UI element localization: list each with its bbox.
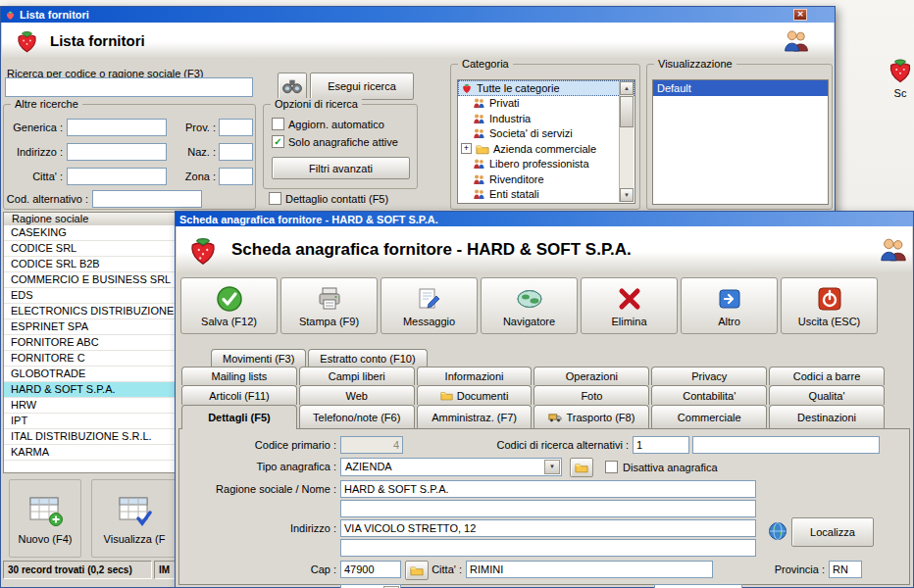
category-item[interactable]: Industria	[458, 111, 635, 126]
ragione-sociale-field[interactable]	[340, 480, 756, 498]
solo-attive-checkbox[interactable]: ✓	[272, 135, 284, 148]
visualizza-button[interactable]: Visualizza (F	[91, 479, 178, 558]
supplier-row[interactable]: FORNITORE ABC	[4, 335, 175, 351]
category-item[interactable]: Libero professionista	[458, 157, 635, 172]
tab-campi-liberi[interactable]: Campi liberi	[299, 367, 415, 385]
generica-field[interactable]	[67, 119, 167, 136]
dettaglio-contatti-checkbox[interactable]	[269, 192, 281, 205]
tab-foto[interactable]: Foto	[533, 385, 649, 405]
chevron-down-icon[interactable]: ▼	[544, 460, 560, 474]
elimina-button[interactable]: Elimina	[581, 277, 678, 334]
category-item[interactable]: Tutte le categorie	[458, 80, 635, 96]
tab-destinazioni[interactable]: Destinazioni	[769, 405, 885, 428]
tab-amministraz[interactable]: Amministraz. (F7)	[417, 405, 533, 428]
truck-icon	[548, 412, 562, 422]
supplier-row[interactable]: IPT	[4, 414, 175, 429]
indirizzo-field-2[interactable]	[340, 539, 756, 557]
prov-field[interactable]	[219, 119, 253, 136]
category-item[interactable]: Privati	[458, 96, 635, 112]
tab-web[interactable]: Web	[299, 385, 415, 405]
cap-field[interactable]	[340, 561, 401, 578]
tab-contabilita[interactable]: Contabilita'	[651, 385, 767, 405]
supplier-row[interactable]: CASEKING	[4, 225, 175, 241]
codice-primario-field[interactable]	[340, 436, 403, 454]
uscita-button[interactable]: Uscita (ESC)	[781, 277, 878, 334]
tipo-anagrafica-select[interactable]: AZIENDA ▼	[340, 458, 562, 476]
category-item[interactable]: Rivenditore	[458, 172, 635, 187]
supplier-row[interactable]: ESPRINET SPA	[4, 319, 175, 335]
ragione-sociale-field-2[interactable]	[340, 500, 756, 517]
tab-trasporto[interactable]: Trasporto (F8)	[533, 405, 649, 428]
tab-privacy[interactable]: Privacy	[651, 367, 767, 385]
scroll-down-icon[interactable]: ▼	[620, 188, 634, 202]
scroll-thumb[interactable]	[620, 96, 634, 127]
expand-icon[interactable]: +	[461, 143, 472, 154]
category-item[interactable]: + Azienda commerciale	[458, 141, 635, 157]
tab-movimenti[interactable]: Movimenti (F3)	[211, 349, 306, 367]
cod-alternativo-field[interactable]	[92, 190, 202, 208]
tab-informazioni[interactable]: Informazioni	[417, 367, 533, 385]
aggiorn-automatico-checkbox[interactable]	[272, 118, 284, 130]
supplier-row[interactable]: HRW	[4, 398, 175, 414]
supplier-table: CASEKING CODICE SRL CODICE SRL B2B COMME…	[3, 225, 176, 473]
zona-field[interactable]	[654, 584, 742, 588]
tab-qualita[interactable]: Qualita'	[769, 385, 885, 405]
nuovo-button[interactable]: Nuovo (F4)	[9, 479, 81, 558]
indirizzo-field[interactable]	[340, 519, 756, 537]
supplier-row[interactable]: EDS	[4, 288, 175, 304]
zona-field[interactable]	[219, 168, 253, 185]
altro-button[interactable]: Altro	[681, 277, 778, 334]
codici-alternativi-field[interactable]	[633, 436, 689, 454]
scroll-up-icon[interactable]: ▲	[620, 81, 634, 95]
tab-articoli[interactable]: Articoli (F11)	[181, 385, 297, 405]
tab-commerciale[interactable]: Commerciale	[651, 405, 767, 428]
naz-field[interactable]	[219, 143, 253, 161]
tab-mailing-lists[interactable]: Mailing lists	[181, 367, 297, 385]
filtri-avanzati-button[interactable]: Filtri avanzati	[272, 157, 410, 179]
binoculars-button[interactable]	[278, 73, 307, 100]
supplier-row[interactable]: CODICE SRL B2B	[4, 257, 175, 272]
titlebar[interactable]: Scheda anagrafica fornitore - HARD & SOF…	[176, 212, 913, 226]
search-input[interactable]	[5, 77, 253, 97]
salva-button[interactable]: Salva (F12)	[180, 277, 278, 334]
category-item[interactable]: Societa' di servizi	[458, 126, 635, 142]
cap-label: Cap :	[238, 561, 336, 578]
nazione-select[interactable]: IT ▼	[340, 584, 401, 588]
tab-codici-a-barre[interactable]: Codici a barre	[769, 367, 885, 385]
category-label: Azienda commerciale	[493, 143, 596, 155]
messaggio-button[interactable]: Messaggio	[381, 277, 478, 334]
tab-operazioni[interactable]: Operazioni	[533, 367, 649, 385]
supplier-row[interactable]: COMMERCIO E BUSINESS SRL	[4, 272, 175, 288]
citta-field[interactable]	[67, 168, 167, 185]
supplier-row[interactable]: GLOBOTRADE	[4, 367, 175, 382]
tab-documenti[interactable]: Documenti	[417, 385, 533, 405]
citta-field[interactable]	[466, 561, 713, 578]
supplier-row[interactable]: KARMA	[4, 445, 175, 461]
tab-estratto-conto[interactable]: Estratto conto (F10)	[308, 349, 427, 367]
provincia-field[interactable]	[829, 561, 862, 578]
desktop-shortcut-label: Sc	[894, 87, 907, 99]
categoria-scrollbar[interactable]: ▲ ▼	[619, 81, 634, 202]
supplier-row[interactable]: ITAL DISTRIBUZIONE S.R.L.	[4, 429, 175, 445]
localizza-button[interactable]: Localizza	[791, 517, 874, 547]
supplier-row[interactable]: ELECTRONICS DISTRIBUZIONE	[4, 304, 175, 319]
tab-telefono-note[interactable]: Telefono/note (F6)	[299, 405, 415, 428]
globe-icon	[768, 521, 787, 541]
esegui-ricerca-button[interactable]: Esegui ricerca	[310, 73, 414, 100]
supplier-row[interactable]: FORNITORE C	[4, 351, 175, 367]
column-header[interactable]: Ragione sociale	[3, 212, 176, 226]
navigatore-button[interactable]: Navigatore	[481, 277, 578, 334]
supplier-row-selected[interactable]: HARD & SOFT S.P.A.	[4, 382, 175, 398]
view-item[interactable]: Default	[653, 80, 828, 96]
tab-dettagli[interactable]: Dettagli (F5)	[181, 405, 297, 429]
disattiva-anagrafica-checkbox[interactable]	[605, 461, 618, 473]
stampa-button[interactable]: Stampa (F9)	[280, 277, 378, 334]
close-icon[interactable]: ✕	[793, 9, 807, 21]
desktop-shortcut[interactable]: Sc	[879, 55, 914, 99]
tipo-folder-button[interactable]	[570, 458, 593, 477]
codici-alternativi-field-2[interactable]	[692, 436, 880, 454]
titlebar[interactable]: Lista fornitori ✕	[1, 7, 835, 23]
indirizzo-field[interactable]	[67, 143, 167, 161]
category-item[interactable]: Enti statali	[458, 187, 635, 203]
supplier-row[interactable]: CODICE SRL	[4, 241, 175, 257]
